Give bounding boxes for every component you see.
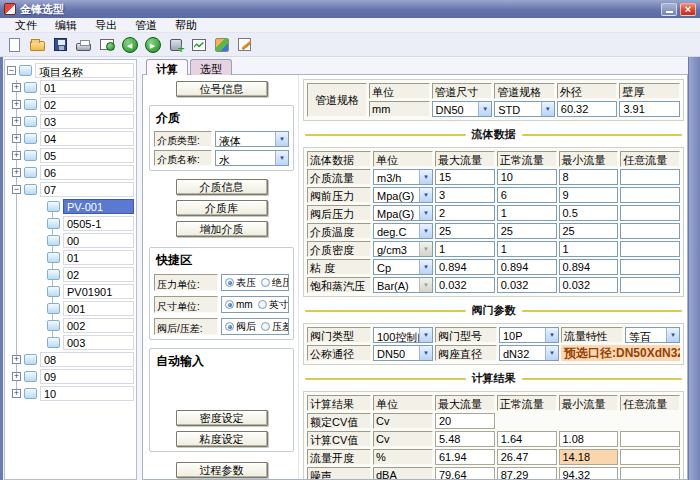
tree-item-label[interactable]: PV-001 — [63, 199, 134, 214]
expand-plus-icon[interactable]: + — [12, 355, 21, 364]
chevron-down-icon[interactable]: ▼ — [419, 278, 432, 292]
expand-plus-icon[interactable]: + — [12, 151, 21, 160]
tree-item[interactable]: +01 — [12, 79, 134, 95]
radio-option[interactable]: 表压 — [225, 276, 256, 290]
menu-item[interactable]: 管道 — [126, 18, 166, 33]
tree-item[interactable]: PV-001 — [47, 198, 134, 214]
back-icon[interactable]: ◀ — [119, 34, 140, 55]
valve-param-dropdown[interactable]: 10P▼ — [499, 327, 559, 343]
expand-plus-icon[interactable]: + — [12, 389, 21, 398]
tree-item[interactable]: 00 — [47, 232, 134, 248]
tree-item-label[interactable]: 06 — [40, 165, 134, 180]
fluid-value-input[interactable] — [620, 223, 680, 239]
radio-button[interactable] — [225, 322, 234, 331]
new-icon[interactable] — [4, 34, 25, 55]
unit-dropdown[interactable]: Bar(A)▼ — [373, 277, 433, 293]
tree-item[interactable]: +08 — [12, 351, 134, 367]
chevron-down-icon[interactable]: ▼ — [666, 328, 679, 342]
radio-button[interactable] — [225, 278, 234, 287]
fluid-value-input[interactable]: 0.894 — [497, 259, 557, 275]
valve-param-dropdown[interactable]: 100控制阀▼ — [373, 327, 433, 343]
chevron-down-icon[interactable]: ▼ — [419, 188, 432, 202]
valve-param-dropdown[interactable]: dN32▼ — [499, 345, 559, 361]
chevron-down-icon[interactable]: ▼ — [478, 102, 491, 116]
vertical-scrollbar[interactable] — [688, 57, 700, 480]
fluid-value-input[interactable]: 6 — [497, 187, 557, 203]
fluid-value-input[interactable] — [620, 169, 680, 185]
radio-option[interactable]: 阀后 — [225, 320, 256, 334]
tree-item[interactable]: +10 — [12, 385, 134, 401]
fluid-value-input[interactable] — [620, 241, 680, 257]
tree-item-label[interactable]: 08 — [40, 352, 134, 367]
density-setting-button[interactable]: 密度设定 — [176, 410, 268, 426]
tab-active[interactable]: 计算 — [146, 59, 188, 75]
expand-plus-icon[interactable]: + — [12, 83, 21, 92]
print-icon[interactable] — [73, 34, 94, 55]
medium-dropdown[interactable]: 液体▼ — [215, 131, 289, 147]
tree-item-label[interactable]: 01 — [40, 80, 134, 95]
tree-item-label[interactable]: 05 — [40, 148, 134, 163]
tree-item-label[interactable]: 001 — [63, 301, 134, 316]
add-record-icon[interactable] — [165, 34, 186, 55]
snapshot-icon[interactable] — [96, 34, 117, 55]
edit-icon[interactable] — [234, 34, 255, 55]
expand-plus-icon[interactable]: + — [12, 372, 21, 381]
fluid-value-input[interactable]: 0.032 — [497, 277, 557, 293]
fluid-value-input[interactable] — [620, 259, 680, 275]
fluid-value-input[interactable]: 25 — [497, 223, 557, 239]
tree-item-label[interactable]: 04 — [40, 131, 134, 146]
chart-icon[interactable] — [188, 34, 209, 55]
fluid-value-input[interactable]: 1 — [435, 241, 495, 257]
unit-dropdown[interactable]: Cp▼ — [373, 259, 433, 275]
radio-option[interactable]: 英寸 — [258, 298, 289, 312]
expand-plus-icon[interactable]: + — [12, 168, 21, 177]
fluid-value-input[interactable]: 1 — [497, 241, 557, 257]
chevron-down-icon[interactable]: ▼ — [419, 170, 432, 184]
fluid-value-input[interactable]: 2 — [435, 205, 495, 221]
radio-button[interactable] — [261, 278, 270, 287]
tree-item[interactable]: +05 — [12, 147, 134, 163]
valve-param-dropdown[interactable]: 等百▼ — [625, 327, 680, 343]
fluid-value-input[interactable] — [620, 187, 680, 203]
chevron-down-icon[interactable]: ▼ — [419, 224, 432, 238]
tree-item-label[interactable]: 00 — [63, 233, 134, 248]
menu-item[interactable]: 帮助 — [166, 18, 206, 33]
tree-item-label[interactable]: 0505-1 — [63, 216, 134, 231]
fluid-value-input[interactable] — [620, 205, 680, 221]
fluid-value-input[interactable] — [620, 277, 680, 293]
fluid-value-input[interactable]: 10 — [497, 169, 557, 185]
collapse-minus-icon[interactable]: − — [7, 66, 16, 75]
unit-dropdown[interactable]: deg.C▼ — [373, 223, 433, 239]
chevron-down-icon[interactable]: ▼ — [419, 328, 432, 342]
unit-dropdown[interactable]: Mpa(G)▼ — [373, 205, 433, 221]
collapse-minus-icon[interactable]: − — [12, 185, 21, 194]
chevron-down-icon[interactable]: ▼ — [545, 346, 558, 360]
colors-icon[interactable] — [211, 34, 232, 55]
pipe-dropdown[interactable]: STD▼ — [494, 101, 555, 117]
pipe-value-input[interactable]: 3.91 — [619, 101, 680, 117]
forward-icon[interactable]: ▶ — [142, 34, 163, 55]
fluid-value-input[interactable]: 0.032 — [435, 277, 495, 293]
tree-item-label[interactable]: 002 — [63, 318, 134, 333]
tree-item[interactable]: 01 — [47, 249, 134, 265]
menu-item[interactable]: 导出 — [86, 18, 126, 33]
close-button[interactable]: × — [680, 3, 696, 16]
tree-item-label[interactable]: 07 — [40, 182, 134, 197]
chevron-down-icon[interactable]: ▼ — [541, 102, 554, 116]
radio-option[interactable]: mm — [225, 299, 253, 310]
pipe-value-input[interactable]: 60.32 — [557, 101, 618, 117]
tree-item[interactable]: +03 — [12, 113, 134, 129]
fluid-value-input[interactable]: 0.894 — [559, 259, 619, 275]
unit-dropdown[interactable]: g/cm3▼ — [373, 241, 433, 257]
fluid-value-input[interactable]: 1 — [559, 241, 619, 257]
process-params-button[interactable]: 过程参数 — [176, 462, 268, 478]
expand-plus-icon[interactable]: + — [12, 100, 21, 109]
chevron-down-icon[interactable]: ▼ — [419, 206, 432, 220]
add-medium-button[interactable]: 增加介质 — [176, 221, 268, 237]
unit-dropdown[interactable]: Mpa(G)▼ — [373, 187, 433, 203]
menu-item[interactable]: 文件 — [6, 18, 46, 33]
open-icon[interactable] — [27, 34, 48, 55]
chevron-down-icon[interactable]: ▼ — [275, 132, 288, 146]
tree-item-label[interactable]: 01 — [63, 250, 134, 265]
pipe-dropdown[interactable]: DN50▼ — [432, 101, 493, 117]
